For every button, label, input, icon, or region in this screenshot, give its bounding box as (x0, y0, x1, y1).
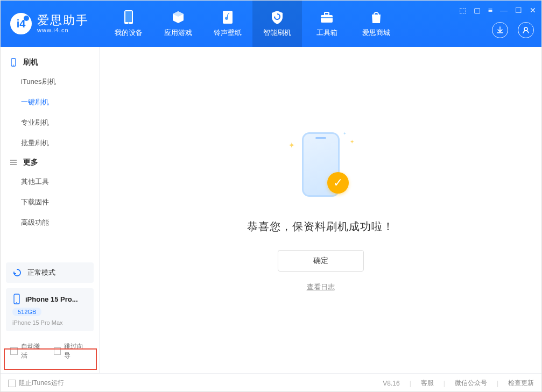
sidebar-item-download-firmware[interactable]: 下载固件 (21, 192, 99, 212)
nav-smart-flash[interactable]: 智能刷机 (252, 1, 302, 47)
version-label: V8.16 (383, 380, 399, 387)
footer-link-check-update[interactable]: 检查更新 (508, 379, 534, 388)
check-badge-icon: ✓ (327, 172, 349, 194)
success-message: 恭喜您，保资料刷机成功啦！ (247, 219, 394, 234)
success-illustration: ✦ ✦ ✦ ✓ (283, 128, 358, 203)
cube-icon (171, 10, 186, 25)
top-nav: 我的设备 应用游戏 铃声壁纸 智能刷机 工具箱 爱思商城 (104, 1, 401, 47)
ok-button[interactable]: 确定 (278, 250, 364, 272)
footer: 阻止iTunes运行 V8.16 | 客服 | 微信公众号 | 检查更新 (1, 373, 541, 392)
maximize-icon[interactable]: ☐ (515, 6, 522, 15)
music-note-icon (220, 10, 235, 25)
footer-link-wechat[interactable]: 微信公众号 (455, 379, 487, 388)
app-header: i4 爱思助手 www.i4.cn 我的设备 应用游戏 铃声壁纸 智能刷机 工具… (1, 1, 541, 47)
device-model: iPhone 15 Pro Max (12, 319, 87, 326)
svg-rect-1 (125, 11, 132, 22)
download-icon[interactable] (492, 22, 508, 38)
svg-point-2 (128, 23, 130, 24)
sidebar: 刷机 iTunes刷机 一键刷机 专业刷机 批量刷机 更多 其他工具 下载固件 … (1, 47, 100, 373)
sidebar-group-flash[interactable]: 刷机 (1, 53, 99, 72)
brand-subtitle: www.i4.cn (37, 27, 89, 33)
device-card[interactable]: iPhone 15 Pro... 512GB iPhone 15 Pro Max (6, 288, 94, 331)
footer-link-support[interactable]: 客服 (421, 379, 434, 388)
svg-rect-6 (321, 17, 333, 18)
nav-my-device[interactable]: 我的设备 (104, 1, 153, 47)
sidebar-item-other-tools[interactable]: 其他工具 (21, 172, 99, 192)
header-actions (492, 22, 534, 38)
menu-icon[interactable]: ≡ (488, 6, 492, 15)
logo-icon: i4 (10, 13, 32, 34)
sidebar-item-advanced[interactable]: 高级功能 (21, 212, 99, 233)
sidebar-checkbox-row: 自动激活 跳过向导 (6, 336, 94, 367)
nav-ringtones-wallpapers[interactable]: 铃声壁纸 (203, 1, 252, 47)
device-status[interactable]: 正常模式 (6, 262, 94, 283)
sidebar-item-batch-flash[interactable]: 批量刷机 (21, 133, 99, 153)
more-group-icon (9, 158, 18, 167)
sidebar-item-pro-flash[interactable]: 专业刷机 (21, 112, 99, 133)
phone-icon (121, 10, 136, 25)
checkbox-skip-guide[interactable]: 跳过向导 (54, 342, 90, 360)
sidebar-group-more[interactable]: 更多 (1, 153, 99, 172)
minimize-icon[interactable]: — (500, 6, 508, 15)
svg-rect-5 (325, 12, 329, 15)
svg-rect-4 (321, 15, 333, 23)
svg-point-14 (16, 302, 17, 303)
feedback-icon[interactable]: ▢ (474, 6, 481, 15)
flash-group-icon (9, 58, 18, 67)
refresh-status-icon (12, 268, 22, 277)
shield-refresh-icon (270, 10, 285, 25)
close-icon[interactable]: ✕ (530, 6, 536, 15)
brand-area: i4 爱思助手 www.i4.cn (1, 13, 98, 34)
window-controls: ⬚ ▢ ≡ — ☐ ✕ (459, 6, 536, 15)
main-content: ✦ ✦ ✦ ✓ 恭喜您，保资料刷机成功啦！ 确定 查看日志 (100, 47, 541, 373)
sidebar-item-onekey-flash[interactable]: 一键刷机 (21, 92, 99, 112)
svg-point-7 (524, 27, 527, 31)
user-icon[interactable] (518, 22, 534, 38)
device-name: iPhone 15 Pro... (25, 295, 78, 303)
view-log-link[interactable]: 查看日志 (307, 282, 335, 292)
checkbox-auto-activate[interactable]: 自动激活 (10, 342, 46, 360)
toolbox-icon (319, 10, 334, 25)
device-phone-icon (12, 294, 21, 304)
storage-badge: 512GB (12, 308, 41, 316)
nav-apps-games[interactable]: 应用游戏 (153, 1, 203, 47)
brand-title: 爱思助手 (37, 14, 89, 27)
checkbox-block-itunes[interactable]: 阻止iTunes运行 (8, 379, 64, 388)
svg-point-9 (13, 65, 14, 66)
skin-icon[interactable]: ⬚ (459, 6, 466, 15)
nav-toolbox[interactable]: 工具箱 (302, 1, 351, 47)
nav-store[interactable]: 爱思商城 (351, 1, 401, 47)
sidebar-item-itunes-flash[interactable]: iTunes刷机 (21, 72, 99, 92)
shopping-bag-icon (369, 10, 384, 25)
